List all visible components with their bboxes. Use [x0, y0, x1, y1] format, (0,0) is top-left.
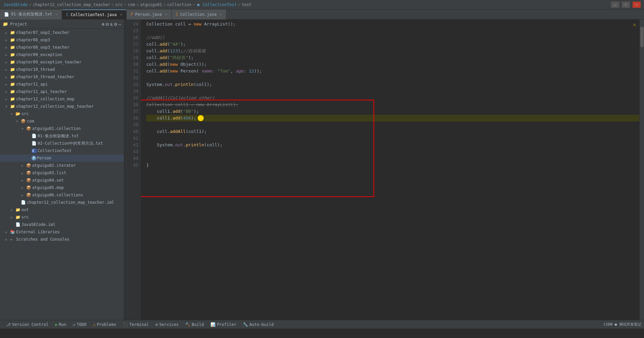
- right-scrollbar[interactable]: [639, 19, 644, 320]
- test-label[interactable]: test: [242, 2, 251, 7]
- tree-item-collections[interactable]: ▶ 📦 atguigu06.collections: [0, 191, 124, 199]
- chapter-name[interactable]: chapter12_collection_map_teacher: [33, 2, 110, 7]
- tree-item[interactable]: ▶ 📁 chapter10_thread_teacher: [0, 73, 124, 81]
- window-close[interactable]: ✕: [633, 2, 641, 8]
- settings-icon[interactable]: ⚙: [114, 21, 117, 27]
- sep6: >: [193, 2, 195, 7]
- code-area[interactable]: ⚠ Collection coll = new ArrayList(); //a…: [141, 19, 639, 320]
- tree-item-txt1[interactable]: ▶ 📄 01-集合框架概述.txt: [0, 132, 124, 140]
- terminal-button[interactable]: ⬛ Terminal: [119, 320, 152, 329]
- title-bar: JavaSECode > chapter12_collection_map_te…: [0, 0, 644, 9]
- hide-icon[interactable]: —: [118, 21, 121, 27]
- tab-collection[interactable]: I Collection.java ✕: [172, 9, 227, 19]
- src-label[interactable]: src: [115, 2, 123, 7]
- sort-icon[interactable]: ⇅: [110, 21, 113, 27]
- profiler-button[interactable]: 📊 Profiler: [207, 320, 240, 329]
- tree-item-javase-iml[interactable]: ▶ 📄 JavaSECode.iml: [0, 221, 124, 228]
- sep5: >: [163, 2, 166, 7]
- collapse-icon[interactable]: ⊟: [106, 21, 108, 27]
- code-line-41: [146, 135, 639, 142]
- text-cursor: [198, 115, 204, 121]
- tree-item-set[interactable]: ▶ 📦 atguigu04.set: [0, 177, 124, 184]
- project-icon: 📁: [3, 21, 8, 27]
- window-minimize[interactable]: —: [611, 2, 619, 8]
- sep3: >: [124, 2, 127, 7]
- project-name[interactable]: JavaSECode: [3, 2, 28, 7]
- code-line-30: coll.add(new Object());: [146, 61, 639, 68]
- tree-item-src2[interactable]: ▶ 📁 src: [0, 213, 124, 221]
- tree-item-external[interactable]: ▶ 📚 External Libraries: [0, 228, 124, 236]
- todo-button[interactable]: ☑ TODO: [69, 320, 90, 329]
- com-label[interactable]: com: [128, 2, 135, 7]
- code-line-26: //add(): [146, 34, 639, 41]
- services-button[interactable]: ⚙ Services: [152, 320, 182, 329]
- tab-person-label: Person.java: [135, 12, 162, 17]
- tree-item-person[interactable]: ▶ P Person: [0, 154, 124, 162]
- tree-item-out[interactable]: ▶ 📁 out: [0, 206, 124, 213]
- tab-person-close[interactable]: ✕: [165, 12, 167, 16]
- code-line-28: coll.add(123);//自动装箱: [146, 48, 639, 54]
- tree-item-src[interactable]: ▼ 📂 src: [0, 110, 124, 117]
- tab-collectiontest-close[interactable]: ✕: [120, 12, 122, 17]
- tree-item[interactable]: ▶ 📁 chapter09_exception_teacher: [0, 58, 124, 66]
- problems-button[interactable]: ⚠ Problems: [90, 320, 119, 329]
- tree-item-iterator[interactable]: ▶ 📦 atguigu02.iterator: [0, 162, 124, 169]
- code-line-38: coll1.add(456);: [146, 115, 639, 122]
- tree-item[interactable]: ▶ 📁 chapter11_api: [0, 81, 124, 88]
- tree-item[interactable]: ▶ 📁 chapter09_exception: [0, 51, 124, 58]
- build-button[interactable]: 🔨 Build: [182, 320, 207, 329]
- tab-collectiontest[interactable]: C CollectionTest.java ✕: [62, 9, 127, 19]
- code-line-43: [146, 148, 639, 155]
- version-control-button[interactable]: ⎇ Version Control: [3, 320, 52, 329]
- tab-txt-close[interactable]: ✕: [56, 12, 58, 16]
- tree-item[interactable]: ▶ 📁 chapter08_oop3_teacher: [0, 44, 124, 51]
- window-maximize[interactable]: □: [622, 2, 630, 8]
- tab-txt[interactable]: 📄 01-集合框架概述.txt ✕: [0, 9, 62, 19]
- tree-item-atguigu01[interactable]: ▼ 📦 atguigu01.collection: [0, 125, 124, 132]
- main-layout: 📁 Project ⊕ ⊟ ⇅ ⚙ — ▶ 📁 chapter07_oop2_t…: [0, 19, 644, 320]
- tree-item-iml[interactable]: ▶ 📄 chapter12_collection_map_teacher.iml: [0, 199, 124, 206]
- collection-label[interactable]: collection: [167, 2, 191, 7]
- editor-content: 24 25 26 27 28 29 30 31 32 33 34 35 36 3…: [124, 19, 644, 320]
- code-line-40: coll.addAll(coll1);: [146, 128, 639, 135]
- tree-item-chapter12-teacher[interactable]: ▼ 📁 chapter12_collection_map_teacher: [0, 103, 124, 110]
- tree-item-list[interactable]: ▶ 📦 atguigu03.list: [0, 169, 124, 177]
- atguigu01-label[interactable]: atguigu01: [140, 2, 162, 7]
- version-control-icon: ⎇: [6, 322, 11, 327]
- code-line-29: coll.add("尚硅谷");: [146, 54, 639, 61]
- tab-collectiontest-icon: C: [66, 12, 68, 17]
- tab-bar: 📄 01-集合框架概述.txt ✕ C CollectionTest.java …: [0, 9, 644, 19]
- code-line-44: [146, 155, 639, 162]
- code-line-27: coll.add("AA");: [146, 41, 639, 48]
- tree-item[interactable]: ▶ 📁 chapter10_thread: [0, 66, 124, 73]
- sep7: >: [238, 2, 240, 7]
- tree-item[interactable]: ▶ 📁 chapter11_api_teacher: [0, 88, 124, 95]
- todo-icon: ☑: [73, 322, 75, 327]
- tree-item[interactable]: ▶ 📁 chapter12_collection_map: [0, 95, 124, 103]
- tree-item-scratches[interactable]: ▶ ✏️ Scratches and Consoles: [0, 236, 124, 243]
- tree-item-collectiontest[interactable]: ▶ C CollectionTest: [0, 147, 124, 154]
- code-line-33: System.out.println(coll);: [146, 81, 639, 88]
- todo-label: TODO: [77, 322, 87, 327]
- tree-item-map[interactable]: ▶ 📦 atguigu05.map: [0, 184, 124, 191]
- run-button[interactable]: ▶ Run: [52, 320, 69, 329]
- auto-build-button[interactable]: 🔧 Auto-build: [240, 320, 277, 329]
- add-icon[interactable]: ⊕: [102, 21, 104, 27]
- tree-item-txt2[interactable]: ▶ 📄 02-Collection中的常用方法.txt: [0, 140, 124, 147]
- tab-collection-close[interactable]: ✕: [220, 12, 222, 16]
- code-line-25: [146, 28, 639, 34]
- auto-build-icon: 🔧: [243, 322, 248, 327]
- problems-icon: ⚠: [93, 322, 95, 327]
- tree-item-com[interactable]: ▼ 📦 com: [0, 117, 124, 125]
- tab-person[interactable]: P Person.java ✕: [127, 9, 171, 19]
- collectiontest-label[interactable]: ● CollectionTest: [197, 2, 237, 7]
- services-icon: ⚙: [155, 322, 158, 327]
- sidebar: 📁 Project ⊕ ⊟ ⇅ ⚙ — ▶ 📁 chapter07_oop2_t…: [0, 19, 124, 320]
- warning-icon: ⚠: [633, 21, 636, 28]
- scrollbar-thumb[interactable]: [640, 27, 644, 47]
- services-label: Services: [159, 322, 179, 327]
- tree-item[interactable]: ▶ 📁 chapter08_oop3: [0, 36, 124, 44]
- sidebar-title: Project: [10, 22, 27, 27]
- tree-item[interactable]: ▶ 📁 chapter07_oop2_teacher: [0, 29, 124, 36]
- status-right: CSDN ● 测试开发笔记: [604, 322, 641, 327]
